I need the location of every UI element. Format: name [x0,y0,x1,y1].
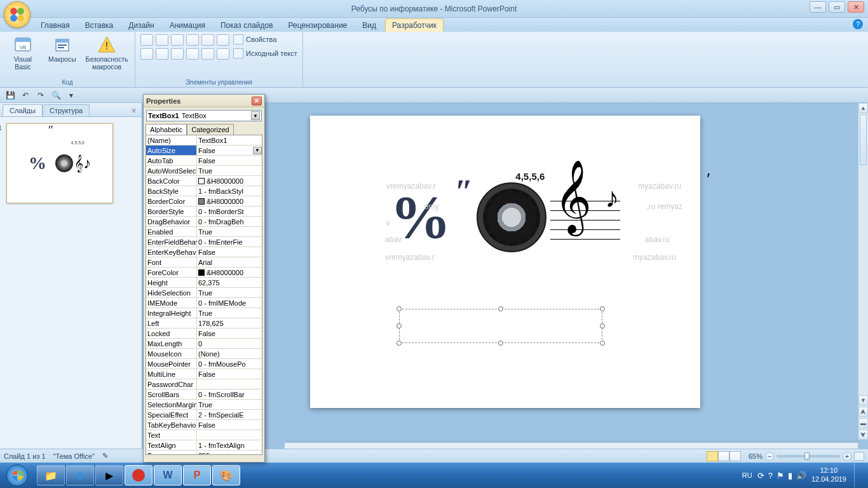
taskbar-opera[interactable] [125,465,153,485]
slides-tab[interactable]: Слайды [3,104,43,116]
property-row[interactable]: EnterFieldBehav0 - fmEnterFie [146,237,262,247]
tab-developer[interactable]: Разработчик [385,18,444,32]
tray-help-icon[interactable]: ? [768,471,773,480]
vertical-scrollbar[interactable]: ▲ ▼ ⮝ ▬ ⮟ [858,103,868,440]
tab-categorized[interactable]: Categorized [187,124,233,135]
property-row[interactable]: EnabledTrue [146,227,262,237]
property-value[interactable]: &H8000000 [197,196,262,206]
property-value[interactable]: False [197,247,262,257]
property-value[interactable]: &H8000000 [197,268,262,277]
tab-slideshow[interactable]: Показ слайдов [214,19,280,32]
tray-volume-icon[interactable]: 🔊 [796,471,806,480]
slideshow-view-button[interactable] [729,451,741,461]
property-row[interactable]: (Name)TextBox1 [146,135,262,146]
textbox-selection[interactable] [399,309,602,343]
next-slide-icon[interactable]: ⮟ [858,430,868,440]
view-code-button[interactable]: Исходный текст [233,48,297,58]
property-row[interactable]: TextAlign1 - fmTextAlign [146,440,262,451]
tab-alphabetic[interactable]: Alphabetic [146,124,187,135]
property-row[interactable]: LockedFalse [146,329,262,339]
property-row[interactable]: IMEMode0 - fmIMEMode [146,298,262,308]
tray-sync-icon[interactable]: ⟳ [757,471,764,480]
property-value[interactable]: False [197,420,262,430]
dropdown-icon[interactable]: ▼ [251,111,260,120]
taskbar-powerpoint[interactable]: P [183,465,211,485]
property-value[interactable]: True [197,308,262,318]
property-row[interactable]: BorderColor&H8000000 [146,196,262,207]
property-row[interactable]: PasswordChar [146,379,262,390]
object-selector[interactable]: TextBox1 TextBox ▼ [146,110,262,121]
show-desktop-button[interactable] [854,463,863,487]
properties-grid[interactable]: (Name)TextBox1AutoSizeFalse▼AutoTabFalse… [146,135,262,455]
property-value[interactable]: 0 - fmScrollBar [197,390,262,399]
tray-network-icon[interactable]: ▮ [788,471,792,480]
property-value[interactable]: 0 - fmIMEMode [197,298,262,308]
property-value[interactable]: True [197,166,262,175]
property-row[interactable]: AutoTabFalse [146,156,262,166]
office-button[interactable] [4,1,31,28]
property-value[interactable]: 178,625 [197,318,262,328]
tab-view[interactable]: Вид [356,19,383,32]
maximize-button[interactable]: ▭ [829,1,845,13]
property-value[interactable]: 0 [197,339,262,348]
property-value[interactable]: (None) [197,349,262,358]
property-value[interactable]: False▼ [197,146,262,155]
macro-security-button[interactable]: ! Безопасность макросов [84,34,130,71]
property-row[interactable]: ScrollBars0 - fmScrollBar [146,390,262,400]
property-row[interactable]: IntegralHeightTrue [146,308,262,318]
fit-to-window-button[interactable] [854,452,864,461]
property-row[interactable]: AutoSizeFalse▼ [146,146,262,156]
zoom-slider[interactable] [776,455,840,458]
sorter-view-button[interactable] [718,451,729,461]
slide-thumbnail-1[interactable]: 1 %″ 𝄞♪ 4,5,5,6 [6,123,113,203]
property-row[interactable]: FontArial [146,257,262,268]
prev-slide-icon[interactable]: ⮝ [858,407,868,417]
property-value[interactable]: False [197,156,262,165]
property-row[interactable]: SelectionMarginTrue [146,400,262,410]
taskbar-mediaplayer[interactable]: ▶ [95,465,123,485]
tab-review[interactable]: Рецензирование [282,19,354,32]
property-row[interactable]: EnterKeyBehaviFalse [146,247,262,257]
property-row[interactable]: MouseIcon(None) [146,349,262,359]
property-value[interactable]: True [197,400,262,409]
help-icon[interactable]: ? [853,19,863,29]
property-value[interactable] [197,379,262,389]
tab-animation[interactable]: Анимация [163,19,212,32]
properties-titlebar[interactable]: Properties ✕ [144,95,264,107]
taskbar-ie[interactable]: e [66,465,94,485]
visual-basic-button[interactable]: VB Visual Basic [5,34,41,71]
property-value[interactable]: True [197,288,262,297]
properties-button[interactable]: Свойства [233,34,297,44]
property-row[interactable]: Left178,625 [146,318,262,329]
zoom-out-button[interactable]: − [765,452,774,461]
property-row[interactable]: DragBehavior0 - fmDragBeh [146,217,262,227]
dropdown-icon[interactable]: ▼ [253,147,262,154]
property-value[interactable]: 355 [197,451,262,455]
property-value[interactable]: Arial [197,257,262,267]
property-row[interactable]: HideSelectionTrue [146,288,262,298]
property-value[interactable]: 0 - fmMousePo [197,359,262,369]
property-row[interactable]: ForeColor&H8000000 [146,268,262,278]
property-row[interactable]: BackColor&H8000000 [146,176,262,186]
property-value[interactable]: TextBox1 [197,135,262,145]
minimize-button[interactable]: — [810,1,826,13]
property-row[interactable]: MultiLineFalse [146,369,262,379]
property-value[interactable]: 0 - fmEnterFie [197,237,262,247]
property-value[interactable]: False [197,329,262,338]
property-row[interactable]: TabKeyBehaviorFalse [146,420,262,430]
controls-gallery[interactable] [140,34,229,60]
tab-home[interactable]: Главная [34,19,76,32]
property-row[interactable]: BackStyle1 - fmBackStyl [146,186,262,196]
clock[interactable]: 12:10 12.04.2019 [811,466,846,484]
scroll-down-icon[interactable]: ▼ [858,395,868,405]
property-row[interactable]: Top355 [146,451,262,455]
property-row[interactable]: BorderStyle0 - fmBorderSt [146,207,262,217]
property-value[interactable]: True [197,227,262,236]
property-value[interactable] [197,430,262,440]
tray-flag-icon[interactable]: ⚑ [776,471,784,480]
property-value[interactable]: 0 - fmDragBeh [197,217,262,226]
panel-close-icon[interactable]: ✕ [130,105,138,116]
qat-more-button[interactable]: ▾ [65,90,78,101]
property-value[interactable]: 0 - fmBorderSt [197,207,262,216]
print-preview-button[interactable]: 🔍 [50,90,62,101]
